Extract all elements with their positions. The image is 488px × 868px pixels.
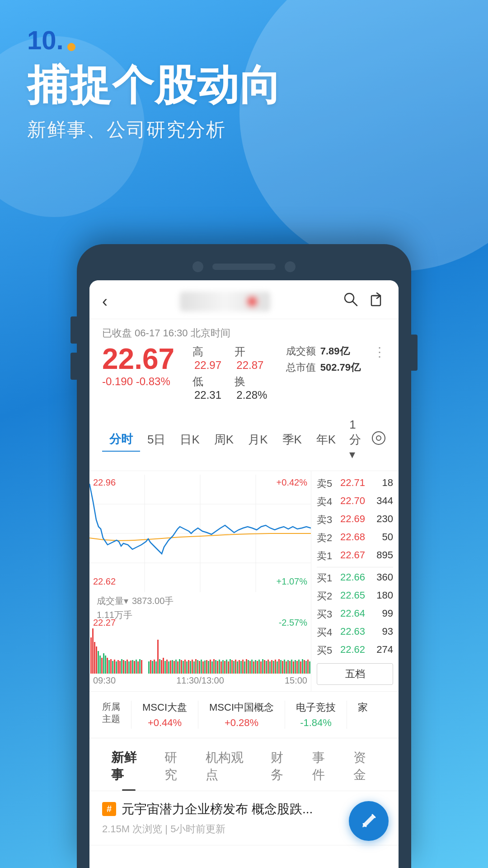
sell-1-row: 卖1 22.67 895 (317, 547, 393, 565)
svg-rect-66 (193, 661, 195, 674)
theme-item-msci-big[interactable]: MSCI大盘 +0.44% (142, 701, 187, 729)
news-tab-capital[interactable]: 资金 (344, 745, 386, 791)
svg-rect-109 (271, 660, 272, 674)
svg-rect-72 (204, 660, 206, 674)
news-title: 元宇宙潜力企业榜发布 概念股跌... (122, 800, 313, 818)
theme-item-msci-china[interactable]: MSCI中国概念 +0.28% (209, 701, 274, 729)
tab-monthk[interactable]: 月K (241, 428, 275, 451)
svg-rect-117 (286, 661, 287, 674)
fab-compose-button[interactable] (349, 801, 389, 841)
svg-rect-89 (235, 660, 236, 674)
svg-rect-87 (231, 660, 233, 674)
tab-weekk[interactable]: 周K (207, 428, 241, 451)
tab-dayk[interactable]: 日K (173, 428, 206, 451)
chart-change-neg: -2.57% (279, 618, 307, 628)
svg-rect-37 (136, 660, 137, 674)
svg-rect-120 (291, 660, 292, 674)
news-meta: 2.15M 次浏览 | 5小时前更新 (102, 822, 386, 836)
more-options-button[interactable]: ⋮ (373, 344, 386, 359)
time-start: 09:30 (93, 675, 116, 686)
svg-rect-71 (202, 661, 204, 674)
svg-rect-124 (298, 660, 300, 674)
time-mid: 11:30/13:00 (176, 675, 224, 686)
buy-5-row: 买5 22.62 274 (317, 642, 393, 660)
svg-rect-21 (107, 658, 108, 674)
notification-dot (248, 297, 257, 306)
svg-rect-43 (152, 661, 153, 674)
svg-rect-51 (166, 660, 168, 674)
svg-rect-22 (108, 660, 110, 674)
svg-rect-121 (293, 661, 294, 674)
news-hashtag: # (102, 802, 116, 816)
front-camera (192, 261, 203, 272)
turnover-label: 换 2.28% (235, 374, 277, 401)
svg-rect-65 (192, 660, 193, 674)
app-header: 10. 捕捉个股动向 新鲜事、公司研究分析 (0, 0, 488, 151)
theme-section: 所属主题 MSCI大盘 +0.44% MSCI中国概念 +0.28% 电子竞技 … (89, 692, 399, 738)
svg-rect-100 (255, 660, 256, 674)
stock-timestamp: 已收盘 06-17 16:30 北京时间 (102, 326, 386, 340)
svg-rect-62 (186, 661, 188, 674)
svg-rect-107 (267, 660, 269, 674)
share-button[interactable] (370, 291, 386, 311)
news-tab-finance[interactable]: 财务 (262, 745, 303, 791)
back-button[interactable]: ‹ (102, 292, 108, 311)
svg-rect-16 (98, 651, 99, 674)
search-button[interactable] (343, 291, 359, 311)
svg-rect-44 (154, 660, 155, 674)
svg-rect-77 (213, 659, 215, 674)
svg-rect-81 (221, 661, 222, 674)
tab-fenshi[interactable]: 分时 (102, 428, 140, 452)
sell-5-row: 卖5 22.71 18 (317, 475, 393, 493)
fullscreen-icon[interactable] (371, 431, 386, 448)
news-tab-fresh[interactable]: 新鲜事 (102, 745, 155, 791)
low-label: 低 22.31 (192, 374, 235, 401)
svg-rect-79 (217, 661, 218, 674)
sell-3-row: 卖3 22.69 230 (317, 511, 393, 529)
theme-item-more[interactable]: 家 (358, 701, 368, 729)
svg-rect-56 (175, 660, 177, 674)
svg-rect-53 (170, 660, 171, 674)
phone-screen: ‹ (89, 280, 399, 868)
svg-rect-33 (128, 661, 130, 674)
five-level-button[interactable]: 五档 (317, 663, 393, 685)
tab-5day[interactable]: 5日 (140, 428, 173, 451)
tab-seasonk[interactable]: 季K (275, 428, 309, 451)
svg-rect-49 (163, 658, 164, 674)
svg-rect-88 (233, 661, 235, 674)
time-end: 15:00 (285, 675, 307, 686)
svg-rect-67 (195, 659, 197, 674)
theme-item-main: 所属主题 (102, 701, 120, 729)
screen-title-area (108, 292, 343, 311)
svg-rect-48 (161, 660, 162, 674)
svg-rect-73 (206, 660, 207, 674)
svg-point-5 (376, 436, 381, 440)
svg-rect-118 (287, 660, 289, 674)
news-tab-research[interactable]: 研究 (155, 745, 197, 791)
main-chart: 22.96 22.62 22.27 +0.42% +1.07% -2.57% (89, 471, 311, 691)
svg-line-1 (353, 302, 357, 306)
svg-rect-75 (210, 660, 211, 674)
tab-yeark[interactable]: 年K (309, 428, 343, 451)
theme-item-esports[interactable]: 电子竞技 -1.84% (296, 701, 336, 729)
volume-stat: 成交额 7.89亿 (286, 344, 361, 358)
news-tab-events[interactable]: 事件 (303, 745, 345, 791)
theme-divider-1 (131, 701, 131, 729)
svg-rect-18 (101, 658, 103, 674)
news-tag-row: # 元宇宙潜力企业榜发布 概念股跌... (102, 800, 386, 818)
svg-rect-90 (237, 661, 238, 674)
stock-price-main: 22.67 -0.190 -0.83% (102, 344, 183, 388)
news-tab-institution[interactable]: 机构观点 (197, 745, 261, 791)
hero-subtitle: 新鲜事、公司研究分析 (27, 117, 461, 142)
svg-rect-32 (127, 660, 128, 674)
chart-area: 22.96 22.62 22.27 +0.42% +1.07% -2.57% (89, 471, 399, 692)
volume-down-button (70, 353, 77, 380)
tab-1min-dropdown[interactable]: 1分▾ (343, 414, 371, 465)
volume-area: 成交量▾ 3873.00手 1.11万手 (89, 592, 311, 624)
chart-low-label: 22.27 (93, 618, 116, 628)
svg-rect-112 (277, 661, 278, 674)
volume-dropdown[interactable]: 成交量▾ (97, 595, 128, 607)
svg-rect-85 (228, 661, 229, 674)
buy-1-row: 买1 22.66 360 (317, 569, 393, 587)
svg-point-4 (372, 432, 385, 444)
